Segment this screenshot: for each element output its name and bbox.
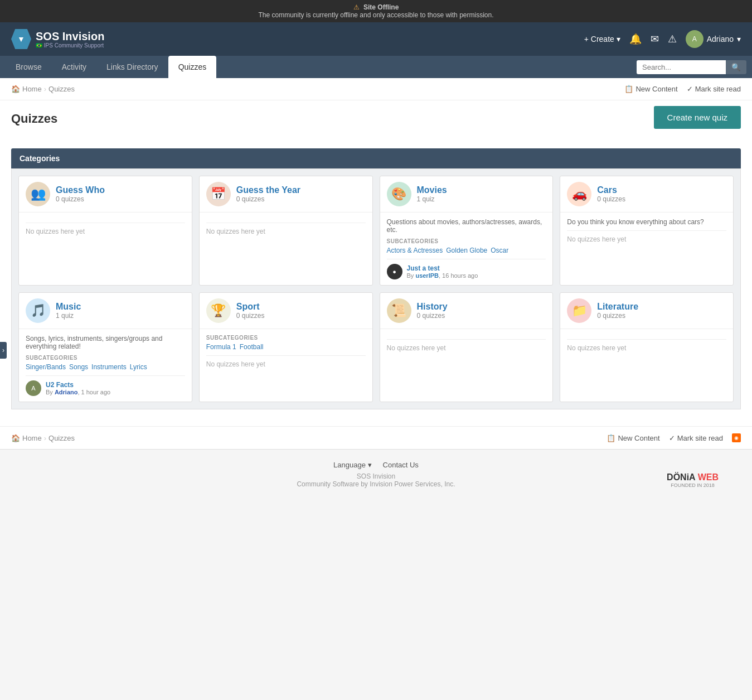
logo-area: ▼ SOS Invision 🇧🇷 IPS Community Support	[11, 29, 104, 49]
doniaweb-area: DÖNiA WEB FOUNDED IN 2018	[667, 472, 719, 488]
music-title[interactable]: Music	[56, 302, 81, 312]
bottom-bar: 🏠 Home › Quizzes 📋 New Content ✓ Mark si…	[0, 426, 752, 449]
subcategory-actors[interactable]: Actors & Actresses	[387, 247, 443, 254]
cars-no-quizzes: No quizzes here yet	[567, 230, 726, 243]
new-content-label-top: New Content	[635, 85, 677, 93]
movies-title[interactable]: Movies	[417, 185, 447, 195]
search-button[interactable]: 🔍	[726, 60, 746, 74]
subcategory-formula1[interactable]: Formula 1	[206, 343, 236, 351]
guess-who-count: 0 quizzes	[56, 195, 105, 203]
search-input[interactable]	[637, 60, 726, 74]
guess-year-no-quizzes: No quizzes here yet	[206, 223, 366, 235]
new-content-label-bottom: New Content	[618, 434, 659, 442]
create-button[interactable]: + Create ▾	[584, 35, 620, 44]
top-header: ▼ SOS Invision 🇧🇷 IPS Community Support …	[0, 22, 752, 56]
page-title: Quizzes	[11, 112, 741, 126]
footer-links: Language ▾ Contact Us	[11, 461, 741, 469]
contact-us-link[interactable]: Contact Us	[383, 461, 419, 469]
category-header-music: 🎵 Music 1 quiz	[19, 293, 192, 329]
category-card-movies: 🎨 Movies 1 quiz Questions about movies, …	[380, 176, 554, 286]
sport-subcategory-links: Formula 1 Football	[206, 343, 366, 351]
doniaweb-logo: DÖNiA WEB	[667, 472, 719, 482]
nav-browse[interactable]: Browse	[6, 56, 52, 78]
create-quiz-button[interactable]: Create new quiz	[654, 106, 741, 129]
language-button[interactable]: Language ▾	[333, 461, 371, 469]
literature-no-quizzes: No quizzes here yet	[567, 339, 726, 352]
brand-subtitle: IPS Community Support	[44, 42, 104, 49]
cars-desc: Do you think you know everything about c…	[567, 218, 726, 226]
mark-site-read-link-top[interactable]: ✓ Mark site read	[687, 85, 741, 93]
subcategory-lyrics[interactable]: Lyrics	[130, 363, 147, 371]
movies-desc: Questions about movies, authors/actresse…	[387, 218, 546, 234]
new-content-icon-top: 📋	[624, 85, 633, 93]
sport-subcategories-label: SUBCATEGORIES	[206, 335, 366, 341]
subcategory-football[interactable]: Football	[240, 343, 264, 351]
warning-icon: ⚠	[353, 3, 360, 11]
category-card-guess-who: 👥 Guess Who 0 quizzes No quizzes here ye…	[18, 176, 192, 286]
new-content-link-top[interactable]: 📋 New Content	[624, 85, 677, 93]
subcategory-golden-globe[interactable]: Golden Globe	[446, 247, 487, 254]
doniaweb-web: WEB	[698, 472, 719, 482]
sport-count: 0 quizzes	[236, 312, 265, 320]
cars-title[interactable]: Cars	[597, 185, 625, 195]
breadcrumb-home[interactable]: Home	[22, 85, 42, 93]
cars-icon: 🚗	[567, 182, 591, 206]
user-menu[interactable]: A Adriano ▾	[686, 30, 741, 48]
breadcrumb-bottom: 🏠 Home › Quizzes	[11, 434, 75, 442]
nav-links-directory[interactable]: Links Directory	[96, 56, 168, 78]
language-label: Language ▾	[333, 461, 371, 469]
new-content-link-bottom[interactable]: 📋 New Content	[607, 434, 659, 442]
offline-title: Site Offline	[363, 3, 399, 11]
notifications-button[interactable]: 🔔	[629, 33, 642, 45]
subcategory-songs[interactable]: Songs	[69, 363, 88, 371]
category-header-sport: 🏆 Sport 0 quizzes	[200, 293, 372, 329]
subcategory-instruments[interactable]: Instruments	[91, 363, 127, 371]
user-name: Adriano	[707, 35, 734, 44]
quiz-title-music[interactable]: U2 Facts	[46, 381, 110, 389]
subcategory-oscar[interactable]: Oscar	[491, 247, 508, 254]
literature-count: 0 quizzes	[597, 312, 638, 320]
literature-title[interactable]: Literature	[597, 302, 638, 312]
category-header-literature: 📁 Literature 0 quizzes	[560, 293, 733, 329]
sport-no-quizzes: No quizzes here yet	[206, 355, 366, 368]
history-title[interactable]: History	[417, 302, 448, 312]
quiz-info-movies: Just a test By userIPB, 16 hours ago	[407, 264, 478, 279]
breadcrumb-sep-bottom: ›	[44, 434, 46, 442]
quiz-author-movies[interactable]: userIPB	[415, 272, 439, 279]
mark-site-read-label-bottom: Mark site read	[677, 434, 723, 442]
cars-body: Do you think you know everything about c…	[560, 213, 733, 279]
guess-who-title[interactable]: Guess Who	[56, 185, 105, 195]
literature-icon: 📁	[567, 298, 591, 323]
category-card-guess-year: 📅 Guess the Year 0 quizzes No quizzes he…	[199, 176, 373, 286]
sport-title[interactable]: Sport	[236, 302, 265, 312]
category-card-sport: 🏆 Sport 0 quizzes SUBCATEGORIES Formula …	[199, 292, 373, 402]
quiz-title-movies[interactable]: Just a test	[407, 264, 478, 272]
subcategory-singer-bands[interactable]: Singer/Bands	[26, 363, 66, 371]
side-toggle-button[interactable]: ›	[0, 342, 7, 359]
quiz-item-movies: ● Just a test By userIPB, 16 hours ago	[387, 259, 546, 279]
movies-icon: 🎨	[387, 182, 411, 206]
history-no-quizzes: No quizzes here yet	[387, 339, 546, 352]
quiz-author-music[interactable]: Adriano	[55, 389, 78, 395]
cars-count: 0 quizzes	[597, 195, 625, 203]
category-card-music: 🎵 Music 1 quiz Songs, lyrics, instrument…	[18, 292, 192, 402]
nav-activity[interactable]: Activity	[52, 56, 96, 78]
breadcrumb-home-bottom[interactable]: Home	[22, 434, 42, 442]
categories-header: Categories	[11, 148, 741, 168]
guess-year-title[interactable]: Guess the Year	[236, 185, 300, 195]
history-count: 0 quizzes	[417, 312, 448, 320]
footer-brand-name: SOS Invision	[11, 472, 741, 480]
alerts-button[interactable]: ⚠	[668, 33, 677, 45]
mark-site-read-link-bottom[interactable]: ✓ Mark site read	[669, 434, 723, 442]
categories-grid: 👥 Guess Who 0 quizzes No quizzes here ye…	[11, 168, 741, 409]
mark-site-read-label-top: Mark site read	[695, 85, 741, 93]
sport-icon: 🏆	[206, 298, 231, 323]
rss-icon[interactable]: ◉	[732, 433, 741, 442]
messages-button[interactable]: ✉	[651, 33, 659, 45]
nav-quizzes[interactable]: Quizzes	[168, 56, 217, 78]
user-avatar: A	[686, 30, 704, 48]
quiz-meta-movies: By userIPB, 16 hours ago	[407, 272, 478, 279]
guess-year-count: 0 quizzes	[236, 195, 300, 203]
footer-brand: SOS Invision Community Software by Invis…	[11, 472, 741, 488]
movies-subcategory-links: Actors & Actresses Golden Globe Oscar	[387, 247, 546, 254]
